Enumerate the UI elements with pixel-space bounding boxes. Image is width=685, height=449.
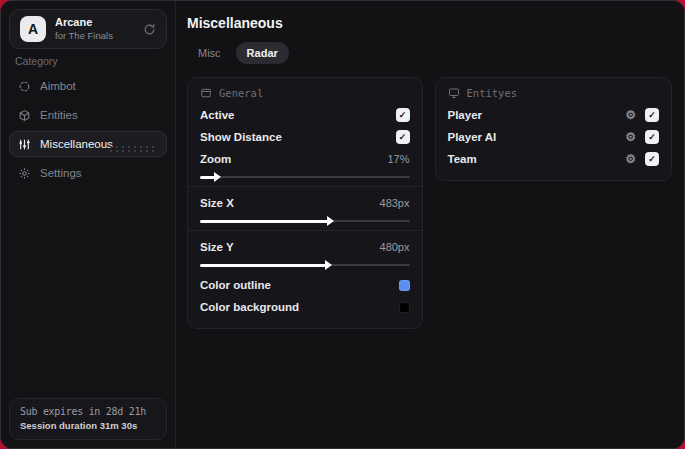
gear-icon[interactable]: ⚙	[625, 109, 636, 121]
team-checkbox[interactable]: ✓	[645, 152, 659, 166]
app-subtitle: for The Finals	[55, 30, 113, 42]
panels-row: General Active ✓ Show Distance ✓ Zoom 17…	[187, 77, 672, 329]
zoom-slider[interactable]	[200, 171, 410, 182]
slider-value: 483px	[380, 197, 410, 209]
toggle-label: Active	[200, 109, 396, 121]
sub-expiry-text: Sub expires in 28d 21h	[20, 406, 156, 417]
session-duration-text: Session duration 31m 30s	[20, 420, 156, 431]
slider-value: 17%	[387, 153, 409, 165]
sidebar-item-label: Entities	[40, 109, 78, 121]
gear-icon[interactable]: ⚙	[625, 153, 636, 165]
app-meta: Arcane for The Finals	[55, 16, 113, 42]
entity-row-player-ai: Player AI ⚙ ✓	[448, 126, 660, 148]
subscription-card: Sub expires in 28d 21h Session duration …	[9, 398, 167, 440]
player-checkbox[interactable]: ✓	[645, 108, 659, 122]
general-panel-title: General	[219, 87, 263, 99]
gear-icon	[18, 167, 31, 180]
slider-row-size-y: Size Y 480px	[200, 236, 410, 258]
general-panel: General Active ✓ Show Distance ✓ Zoom 17…	[187, 77, 423, 329]
entity-row-player: Player ⚙ ✓	[448, 104, 660, 126]
entity-row-team: Team ⚙ ✓	[448, 148, 660, 170]
active-checkbox[interactable]: ✓	[396, 108, 410, 122]
slider-track	[200, 176, 410, 178]
tab-misc[interactable]: Misc	[187, 42, 232, 64]
app-title: Arcane	[55, 16, 113, 30]
general-panel-header: General	[200, 87, 410, 99]
slider-fill[interactable]	[200, 220, 328, 223]
category-label: Category	[15, 55, 58, 67]
entities-panel-header: Entityes	[448, 87, 660, 99]
sidebar-item-miscellaneous[interactable]: Miscellaneous	[9, 131, 167, 157]
slider-row-zoom: Zoom 17%	[200, 148, 410, 170]
sidebar-item-settings[interactable]: Settings	[9, 160, 167, 186]
entity-label: Player	[448, 109, 626, 121]
divider	[188, 230, 422, 231]
slider-row-size-x: Size X 483px	[200, 192, 410, 214]
slider-fill[interactable]	[200, 264, 326, 267]
monitor-icon	[448, 87, 460, 99]
toggle-row-show-distance: Show Distance ✓	[200, 126, 410, 148]
sliders-icon	[18, 138, 31, 151]
app-header-card: A Arcane for The Finals	[9, 9, 167, 49]
gear-icon[interactable]: ⚙	[625, 131, 636, 143]
window-icon	[200, 87, 212, 99]
color-row-background: Color background	[200, 296, 410, 318]
size-y-slider[interactable]	[200, 259, 410, 270]
entities-icon	[18, 109, 31, 122]
color-label: Color background	[200, 301, 399, 313]
player-ai-checkbox[interactable]: ✓	[645, 130, 659, 144]
background-color-swatch[interactable]	[399, 302, 410, 313]
page-title: Miscellaneous	[187, 15, 672, 31]
slider-label: Size Y	[200, 241, 380, 253]
sidebar-item-label: Aimbot	[40, 80, 76, 92]
tab-radar[interactable]: Radar	[236, 42, 289, 64]
slider-label: Size X	[200, 197, 380, 209]
app-logo: A	[20, 16, 46, 42]
sidebar-item-aimbot[interactable]: Aimbot	[9, 73, 167, 99]
outline-color-swatch[interactable]	[399, 280, 410, 291]
slider-label: Zoom	[200, 153, 387, 165]
show-distance-checkbox[interactable]: ✓	[396, 130, 410, 144]
color-label: Color outline	[200, 279, 399, 291]
entity-label: Player AI	[448, 131, 626, 143]
main-content: Miscellaneous Misc Radar General Active …	[177, 1, 684, 448]
sidebar-nav: Aimbot Entities Miscellaneous	[9, 73, 167, 186]
sidebar-item-entities[interactable]: Entities	[9, 102, 167, 128]
app-window: A Arcane for The Finals Category Aimbot	[0, 0, 685, 449]
entities-panel: Entityes Player ⚙ ✓ Player AI ⚙ ✓ Team ⚙…	[435, 77, 673, 181]
tab-bar: Misc Radar	[187, 42, 672, 64]
entity-label: Team	[448, 153, 626, 165]
crosshair-icon	[18, 80, 31, 93]
sidebar-item-label: Settings	[40, 167, 82, 179]
sidebar: A Arcane for The Finals Category Aimbot	[1, 1, 176, 448]
sidebar-item-label: Miscellaneous	[40, 138, 113, 150]
sync-icon[interactable]	[143, 23, 156, 36]
color-row-outline: Color outline	[200, 274, 410, 296]
slider-fill[interactable]	[200, 176, 215, 179]
toggle-row-active: Active ✓	[200, 104, 410, 126]
size-x-slider[interactable]	[200, 215, 410, 226]
dots-decoration	[108, 145, 156, 152]
toggle-label: Show Distance	[200, 131, 396, 143]
entities-panel-title: Entityes	[467, 87, 518, 99]
slider-value: 480px	[380, 241, 410, 253]
divider	[188, 186, 422, 187]
